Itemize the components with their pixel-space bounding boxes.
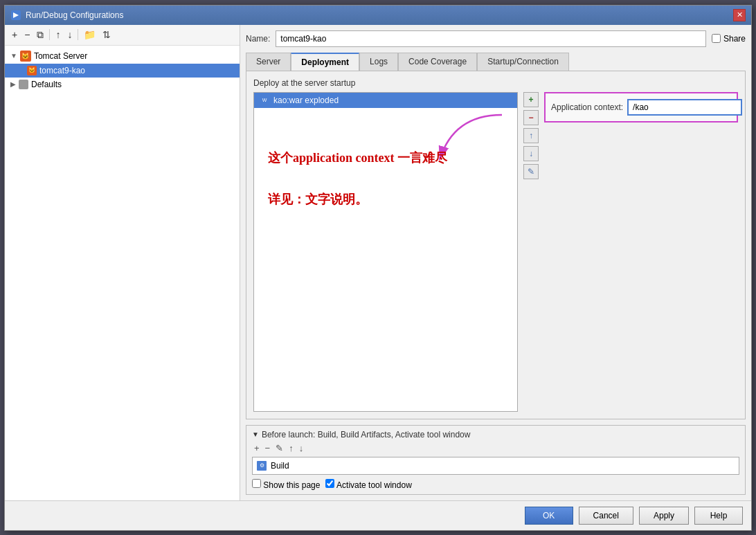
- before-launch-header: ▼ Before launch: Build, Build Artifacts,…: [252, 430, 739, 439]
- deploy-item-kao[interactable]: W kao:war exploded: [254, 93, 517, 108]
- tree-item-label: tomcat9-kao: [39, 66, 85, 75]
- tab-content-deployment: Deploy at the server startup W kao:war e…: [246, 71, 746, 419]
- deploy-remove-button[interactable]: −: [523, 110, 539, 125]
- sort-button[interactable]: ⇅: [100, 28, 114, 42]
- move-up-button[interactable]: ↑: [53, 28, 63, 42]
- app-context-input[interactable]: [627, 99, 742, 116]
- name-label: Name:: [246, 34, 270, 44]
- title-bar: Run/Debug Configurations ✕: [5, 6, 751, 25]
- share-checkbox[interactable]: [712, 34, 721, 43]
- deploy-add-button[interactable]: +: [523, 92, 539, 107]
- defaults-icon: [19, 80, 28, 89]
- tree-group-label: Tomcat Server: [34, 51, 87, 61]
- before-launch-section: ▼ Before launch: Build, Build Artifacts,…: [246, 425, 746, 495]
- annotation-text-1: 这个application context 一言难尽: [268, 149, 447, 166]
- cancel-button[interactable]: Cancel: [579, 507, 633, 525]
- separator1: [49, 29, 50, 40]
- tomcat-group-icon: 🐱: [20, 51, 31, 62]
- right-panel: Name: Share Server Deployment Logs Code …: [240, 25, 751, 500]
- build-icon: ⚙: [257, 461, 267, 471]
- deploy-header: Deploy at the server startup: [253, 78, 738, 88]
- app-context-box: Application context: ▼: [544, 92, 738, 123]
- before-launch-list: ⚙ Build: [252, 457, 739, 475]
- help-button[interactable]: Help: [694, 507, 743, 525]
- bl-item-build: ⚙ Build: [257, 460, 735, 472]
- move-down-button[interactable]: ↓: [64, 28, 75, 42]
- deploy-list: W kao:war exploded: [253, 92, 518, 412]
- tree-arrow-defaults: ▶: [10, 80, 16, 88]
- deploy-edit-button[interactable]: ✎: [523, 164, 539, 179]
- annotation-text-2: 详见：文字说明。: [268, 191, 368, 208]
- bl-up-button[interactable]: ↑: [287, 442, 296, 454]
- activate-tool-label: Activate tool window: [325, 479, 411, 490]
- run-debug-dialog: Run/Debug Configurations ✕ + − ⧉ ↑ ↓ 📁 ⇅…: [4, 5, 752, 531]
- tree-arrow-tomcat: ▼: [10, 52, 17, 60]
- tab-logs[interactable]: Logs: [359, 53, 398, 71]
- name-input[interactable]: [276, 30, 706, 47]
- show-page-label: Show this page: [252, 479, 320, 490]
- footer: OK Cancel Apply Help: [5, 500, 751, 530]
- war-icon: W: [260, 96, 269, 105]
- folder-button[interactable]: 📁: [81, 28, 98, 42]
- show-page-checkbox[interactable]: [252, 479, 261, 488]
- tab-startup-connection[interactable]: Startup/Connection: [477, 53, 569, 71]
- close-button[interactable]: ✕: [733, 9, 746, 21]
- apply-button[interactable]: Apply: [639, 507, 689, 525]
- tab-deployment[interactable]: Deployment: [291, 53, 359, 71]
- deploy-toolbar: + − ↑ ↓ ✎: [523, 92, 539, 412]
- separator2: [78, 29, 78, 40]
- deploy-list-wrapper: W kao:war exploded: [253, 92, 738, 412]
- left-toolbar: + − ⧉ ↑ ↓ 📁 ⇅: [5, 25, 240, 46]
- tab-code-coverage[interactable]: Code Coverage: [398, 53, 477, 71]
- remove-config-button[interactable]: −: [21, 28, 33, 42]
- name-row: Name: Share: [246, 30, 746, 47]
- share-label: Share: [712, 34, 746, 44]
- left-panel: + − ⧉ ↑ ↓ 📁 ⇅ ▼ 🐱 Tomcat Server �: [5, 25, 240, 500]
- annotation-arrow: [412, 108, 509, 177]
- deploy-up-button[interactable]: ↑: [523, 128, 539, 143]
- tree-group-tomcat[interactable]: ▼ 🐱 Tomcat Server: [5, 48, 240, 64]
- bl-remove-button[interactable]: −: [263, 442, 273, 454]
- dialog-body: + − ⧉ ↑ ↓ 📁 ⇅ ▼ 🐱 Tomcat Server �: [5, 25, 751, 500]
- config-tree: ▼ 🐱 Tomcat Server 🐱 tomcat9-kao ▶ Defaul…: [5, 46, 240, 500]
- checkbox-row: Show this page Activate tool window: [252, 479, 739, 490]
- annotation-container: 这个application context 一言难尽 详见：文字说明。: [254, 108, 517, 136]
- ok-button[interactable]: OK: [525, 507, 573, 525]
- dialog-title: Run/Debug Configurations: [26, 10, 123, 20]
- tomcat-item-icon: 🐱: [27, 66, 37, 75]
- tree-item-tomcat9-kao[interactable]: 🐱 tomcat9-kao: [5, 64, 240, 78]
- dialog-icon: [10, 10, 21, 21]
- bl-edit-button[interactable]: ✎: [273, 442, 285, 454]
- before-launch-toolbar: + − ✎ ↑ ↓: [252, 442, 739, 454]
- before-launch-label: Before launch: Build, Build Artifacts, A…: [262, 430, 471, 439]
- bl-add-button[interactable]: +: [252, 442, 262, 454]
- tab-server[interactable]: Server: [246, 53, 291, 71]
- collapse-arrow[interactable]: ▼: [252, 430, 259, 438]
- app-context-label-row: Application context: ▼: [551, 99, 731, 116]
- tab-bar: Server Deployment Logs Code Coverage Sta…: [246, 53, 746, 71]
- tree-defaults-label: Defaults: [31, 80, 62, 89]
- app-context-label: Application context:: [551, 102, 623, 112]
- add-config-button[interactable]: +: [9, 28, 20, 42]
- deploy-down-button[interactable]: ↓: [523, 146, 539, 161]
- activate-tool-checkbox[interactable]: [325, 479, 334, 488]
- copy-config-button[interactable]: ⧉: [34, 28, 46, 42]
- bl-down-button[interactable]: ↓: [297, 442, 306, 454]
- tree-group-defaults[interactable]: ▶ Defaults: [5, 78, 240, 91]
